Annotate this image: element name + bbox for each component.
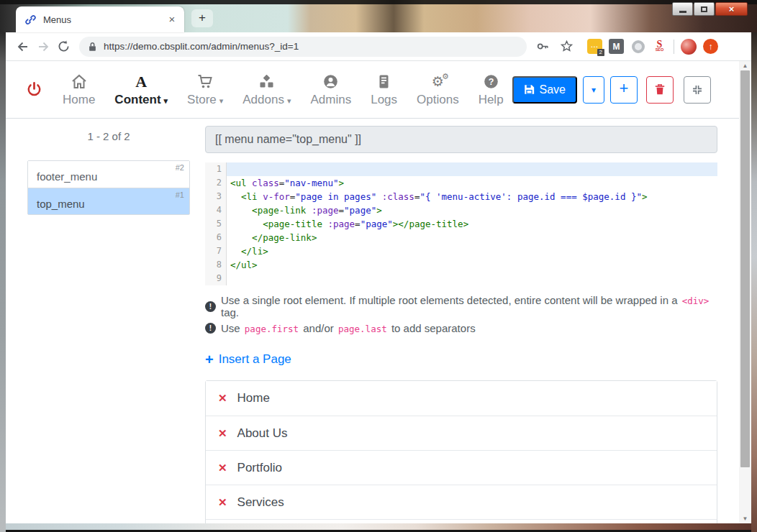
admin-content: 1 - 2 of 2 footer_menu#2top_menu#1 [[ me…	[6, 119, 751, 523]
pagination-label: 1 - 2 of 2	[27, 130, 190, 142]
menus-sidebar: 1 - 2 of 2 footer_menu#2top_menu#1	[27, 130, 190, 215]
nav-item-label: Store▾	[187, 93, 223, 107]
back-button[interactable]	[13, 37, 33, 57]
insert-page-link[interactable]: + Insert a Page	[205, 352, 291, 367]
code-editor[interactable]: 1 2<ul class="nav-menu">3 <li v-for="pag…	[205, 162, 717, 285]
close-icon: ×	[729, 4, 735, 14]
nav-item-content[interactable]: AContent▾	[114, 73, 168, 107]
editor-line[interactable]: 9	[205, 272, 717, 285]
compress-button[interactable]	[684, 76, 711, 104]
line-number: 1	[205, 162, 227, 176]
minimize-button[interactable]	[672, 2, 693, 16]
new-tab-button[interactable]: +	[191, 9, 213, 27]
remove-page-icon[interactable]: ✕	[218, 427, 227, 440]
nav-item-label: Options	[417, 93, 459, 107]
extension-updater-icon[interactable]: ↑	[703, 39, 718, 54]
window-frame-right	[751, 32, 757, 532]
forward-button[interactable]	[33, 37, 53, 57]
scrollbar[interactable]: ▲ ▼	[739, 61, 751, 523]
code-line-text	[227, 162, 717, 176]
chevron-down-icon: ▾	[287, 96, 291, 105]
code-line-text: </page-link>	[227, 231, 717, 244]
editor-line[interactable]: 7 </li>	[205, 244, 717, 258]
key-icon[interactable]	[534, 37, 551, 57]
editor-line[interactable]: 4 <page-link :page="page">	[205, 203, 717, 217]
profile-avatar[interactable]	[681, 39, 697, 55]
nav-item-options[interactable]: ⚙⚙Options	[417, 73, 459, 107]
nav-item-logs[interactable]: Logs	[371, 73, 397, 107]
toolbar-divider	[674, 40, 674, 54]
nav-item-admins[interactable]: Admins	[310, 73, 351, 107]
reload-button[interactable]	[53, 37, 73, 57]
menu-list-item-top_menu[interactable]: top_menu#1	[28, 188, 189, 214]
maximize-button[interactable]	[694, 2, 715, 16]
bookmark-star-icon[interactable]	[558, 37, 575, 57]
note-text: Use page.first and/or page.last to add s…	[221, 322, 476, 334]
extension-dots-icon[interactable]: ... 2	[587, 39, 602, 54]
extension-circle-icon[interactable]	[630, 39, 645, 54]
nav-item-label: Logs	[371, 93, 397, 107]
code-line-text: <page-title :page="page"></page-title>	[227, 217, 717, 231]
extension-badge: 2	[597, 49, 604, 56]
window-frame-left	[0, 32, 6, 532]
page-row-about-us: ✕About Us	[206, 416, 717, 450]
remove-page-icon[interactable]: ✕	[218, 392, 227, 405]
editor-line[interactable]: 1	[205, 162, 717, 176]
menu-number-badge: #1	[176, 191, 184, 199]
page-label[interactable]: About Us	[237, 426, 288, 441]
nav-item-help[interactable]: ?Help	[479, 73, 504, 107]
remove-page-icon[interactable]: ✕	[218, 462, 227, 474]
scroll-up-icon[interactable]: ▲	[739, 61, 751, 70]
address-bar: https://demo.cbsplit.com/admin/menus?_id…	[6, 32, 751, 61]
info-circle-icon: !	[205, 323, 216, 334]
editor-line[interactable]: 8</ul>	[205, 258, 717, 272]
delete-menu-button[interactable]	[646, 76, 674, 104]
plus-icon: +	[620, 79, 629, 98]
close-button[interactable]: ×	[715, 2, 748, 16]
remove-page-icon[interactable]: ✕	[218, 496, 227, 509]
code-line-text	[227, 272, 717, 285]
logout-power-icon[interactable]	[26, 81, 42, 98]
scrollbar-thumb[interactable]	[740, 70, 750, 467]
window-frame-bottom	[6, 523, 751, 532]
nav-item-home[interactable]: Home	[63, 73, 95, 107]
note: !Use a single root element. If multiple …	[205, 294, 717, 318]
url-field[interactable]: https://demo.cbsplit.com/admin/menus?_id…	[79, 37, 527, 57]
header-actions: Save ▾ +	[512, 76, 711, 104]
main-nav: HomeAContent▾Store▾Addons▾AdminsLogs⚙⚙Op…	[63, 73, 504, 107]
menu-tag-field[interactable]: [[ menu name="top_menu" ]]	[205, 126, 717, 153]
save-dropdown-button[interactable]: ▾	[583, 76, 604, 104]
page-label[interactable]: Portfolio	[237, 461, 282, 475]
logs-icon	[378, 73, 390, 91]
browser-tab[interactable]: Menus ×	[16, 6, 184, 32]
nav-item-addons[interactable]: Addons▾	[242, 73, 291, 107]
menu-name: top_menu	[37, 198, 85, 210]
padlock-icon	[88, 42, 97, 52]
options-icon: ⚙⚙	[432, 73, 444, 91]
editor-line[interactable]: 5 <page-title :page="page"></page-title>	[205, 217, 717, 231]
scroll-down-icon[interactable]: ▼	[739, 514, 751, 523]
window-controls: ×	[672, 2, 748, 16]
note-text: Use a single root element. If multiple r…	[221, 294, 717, 318]
menu-list-item-footer_menu[interactable]: footer_menu#2	[28, 161, 189, 188]
favicon-link-icon	[24, 14, 37, 26]
page-label[interactable]: Home	[237, 391, 270, 405]
save-button[interactable]: Save	[512, 76, 577, 104]
store-icon	[197, 73, 214, 91]
nav-item-store[interactable]: Store▾	[187, 73, 223, 107]
extension-seo-icon[interactable]: S SEO	[652, 39, 667, 54]
admin-header: HomeAContent▾Store▾Addons▾AdminsLogs⚙⚙Op…	[6, 61, 751, 119]
page-label[interactable]: Services	[237, 495, 284, 510]
browser-window: https://demo.cbsplit.com/admin/menus?_id…	[6, 32, 751, 523]
extension-m-icon[interactable]: M	[609, 39, 624, 54]
editor-line[interactable]: 2<ul class="nav-menu">	[205, 176, 717, 190]
add-menu-button[interactable]: +	[610, 76, 638, 104]
admins-icon	[323, 73, 338, 91]
code-line-text: <page-link :page="page">	[227, 203, 717, 217]
menu-detail: [[ menu name="top_menu" ]] 1 2<ul class=…	[205, 126, 717, 523]
editor-notes: !Use a single root element. If multiple …	[205, 294, 717, 334]
tab-close-icon[interactable]: ×	[166, 13, 178, 26]
compress-icon	[692, 84, 703, 96]
editor-line[interactable]: 6 </page-link>	[205, 231, 717, 244]
editor-line[interactable]: 3 <li v-for="page in pages" :class="{ 'm…	[205, 190, 717, 203]
